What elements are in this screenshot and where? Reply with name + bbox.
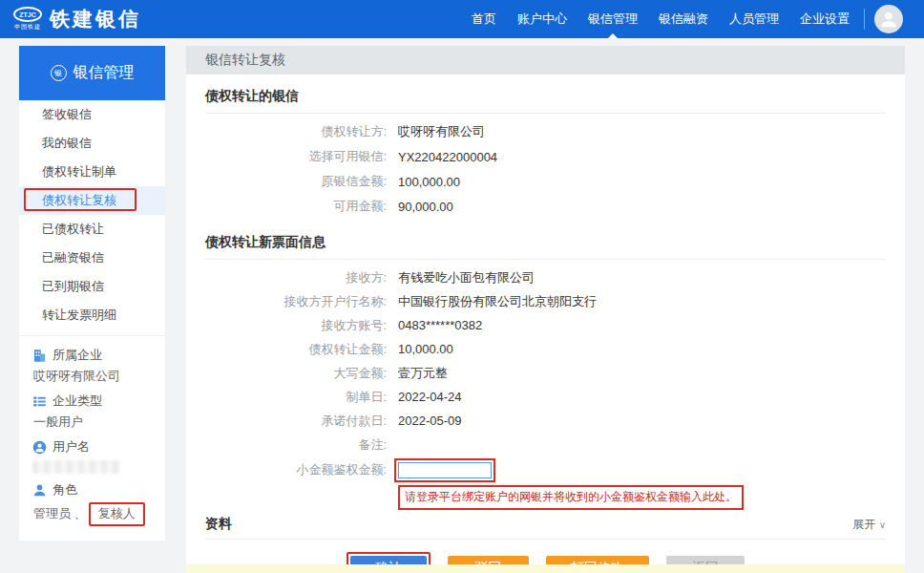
role-label: 角色: [52, 481, 77, 499]
section-title-new-ticket-info: 债权转让新票面信息: [205, 221, 886, 260]
auth-warning-row: 请登录平台绑定账户的网银并将收到的小金额鉴权金额输入此处。: [398, 485, 886, 506]
field-available-amount: 可用金额: 90,000.00: [205, 194, 886, 219]
section-title-source-yinxin: 债权转让的银信: [205, 74, 886, 114]
role-value: 管理员 、复核人: [32, 502, 152, 526]
brand-title: 铁建银信: [50, 6, 141, 32]
small-amount-auth-input[interactable]: [398, 462, 492, 478]
auth-warning-message: 请登录平台绑定账户的网银并将收到的小金额鉴权金额输入此处。: [398, 485, 744, 510]
auth-amount-label: 小金额鉴权金额:: [205, 461, 387, 478]
list-icon: [32, 394, 47, 409]
top-nav: 首页 账户中心 银信管理 银信融资 人员管理 企业设置: [461, 0, 860, 38]
nav-item-account-center[interactable]: 账户中心: [507, 0, 578, 38]
annotation-box: [394, 458, 495, 482]
sidebar-item-transfer-create[interactable]: 债权转让制单: [19, 158, 165, 186]
field-small-amount-auth: 小金额鉴权金额:: [205, 456, 886, 483]
sidebar-divider: [19, 335, 165, 336]
person-icon: [32, 483, 47, 498]
field-promised-pay-date: 承诺付款日: 2022-05-09: [205, 409, 886, 433]
brand-sub-label: 中国铁建: [14, 23, 41, 32]
username-label: 用户名: [52, 438, 90, 456]
avatar[interactable]: [874, 5, 903, 33]
company-value: 哎呀呀有限公司: [32, 368, 152, 385]
sidebar-item-invoice-detail[interactable]: 转让发票明细: [19, 301, 165, 329]
company-info: 所属企业 哎呀呀有限公司: [19, 344, 165, 390]
field-receiver-account: 接收方账号: 0483******0382: [205, 313, 886, 337]
topbar: ZTJC 中国铁建 铁建银信 首页 账户中心 银信管理 银信融资 人员管理 企业…: [0, 0, 924, 38]
nav-item-enterprise-settings[interactable]: 企业设置: [789, 0, 860, 38]
sidebar-item-financed[interactable]: 已融资银信: [19, 244, 165, 272]
field-receiver: 接收方: 有钱爱吃小面包有限公司: [205, 265, 886, 289]
username-info: 用户名: [19, 435, 165, 478]
field-transfer-amount: 债权转让金额: 10,000.00: [205, 337, 886, 361]
sidebar-item-transferred[interactable]: 已债权转让: [19, 215, 165, 244]
sidebar-item-expired[interactable]: 已到期银信: [19, 272, 165, 301]
enterprise-type-value: 一般用户: [32, 414, 152, 431]
field-receiver-bank-name: 接收方开户行名称: 中国银行股份有限公司北京朝阳支行: [205, 289, 886, 313]
topbar-divider: [864, 9, 865, 30]
field-remark: 备注:: [205, 433, 886, 456]
nav-item-personnel-management[interactable]: 人员管理: [719, 0, 789, 38]
nav-item-yinxin-financing[interactable]: 银信融资: [648, 0, 719, 38]
field-available-yinxin: 选择可用银信: YX220422000004: [205, 144, 886, 169]
nav-item-yinxin-management[interactable]: 银信管理: [578, 0, 648, 38]
username-value-redacted: [32, 460, 120, 474]
sidebar-item-sign-receive[interactable]: 签收银信: [19, 100, 165, 129]
field-transferor: 债权转让方: 哎呀呀有限公司: [205, 119, 886, 144]
brand-logo-icon: ZTJC 中国铁建: [13, 7, 42, 32]
main-panel: 银信转让复核 债权转让的银信 债权转让方: 哎呀呀有限公司 选择可用银信: YX…: [186, 46, 905, 573]
page-title: 银信转让复核: [186, 46, 905, 74]
enterprise-type-info: 企业类型 一般用户: [19, 390, 165, 435]
user-circle-icon: [32, 440, 47, 455]
sidebar-header-title: 银信管理: [74, 63, 135, 83]
sidebar-header: 银 银信管理: [19, 46, 165, 100]
expand-toggle[interactable]: 展开 ∨: [852, 517, 886, 533]
active-nav-caret-icon: [608, 33, 618, 38]
chevron-down-icon: ∨: [879, 520, 886, 530]
field-amount-in-words: 大写金额: 壹万元整: [205, 361, 886, 385]
enterprise-type-label: 企业类型: [52, 393, 102, 410]
user-avatar-icon: [878, 9, 899, 30]
sidebar: 银 银信管理 签收银信 我的银信 债权转让制单 债权转让复核 已债权转让 已融资…: [19, 46, 165, 541]
yinxin-management-icon: 银: [51, 65, 67, 81]
field-create-date: 制单日: 2022-04-24: [205, 385, 886, 409]
role-reviewer-highlight: 复核人: [89, 502, 145, 526]
nav-item-home[interactable]: 首页: [461, 0, 507, 38]
sidebar-item-my-yinxin[interactable]: 我的银信: [19, 129, 165, 158]
sidebar-item-transfer-review[interactable]: 债权转让复核: [19, 186, 165, 215]
field-original-amount: 原银信金额: 100,000.00: [205, 169, 886, 194]
role-value-prefix: 管理员 、: [33, 506, 87, 520]
section-title-materials: 资料 展开 ∨: [205, 508, 886, 540]
brand: ZTJC 中国铁建 铁建银信: [0, 6, 141, 32]
role-info: 角色 管理员 、复核人: [19, 478, 165, 531]
company-label: 所属企业: [52, 347, 102, 364]
building-icon: [32, 349, 47, 363]
main-content: 债权转让的银信 债权转让方: 哎呀呀有限公司 选择可用银信: YX2204220…: [186, 74, 905, 573]
bottom-notice-strip: [186, 564, 905, 573]
